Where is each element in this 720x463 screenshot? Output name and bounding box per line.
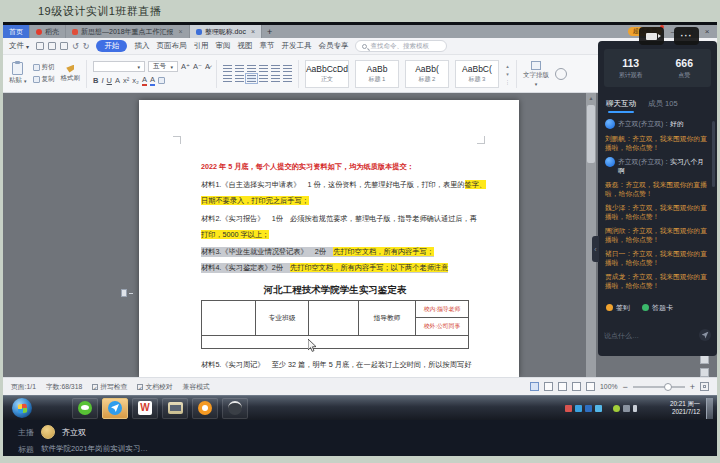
strikethrough-button[interactable]: A bbox=[115, 76, 120, 85]
file-menu[interactable]: 文件▾ bbox=[9, 41, 29, 51]
send-button[interactable] bbox=[699, 329, 711, 341]
tab-start[interactable]: 开始 bbox=[96, 40, 127, 52]
tab-document-1[interactable]: 新思想—2018年重点工作汇报× bbox=[66, 25, 190, 38]
fullscreen-icon[interactable] bbox=[700, 382, 709, 391]
find-replace-icon[interactable] bbox=[555, 68, 567, 80]
tab-view[interactable]: 视图 bbox=[237, 41, 252, 51]
tray-icon-blue[interactable] bbox=[575, 405, 582, 412]
style-normal[interactable]: AaBbCcDd正文 bbox=[305, 60, 349, 88]
underline-button[interactable]: U bbox=[107, 76, 112, 85]
scrollbar-thumb[interactable] bbox=[587, 105, 595, 163]
revision-marker-icon[interactable] bbox=[121, 289, 135, 297]
number-list-icon[interactable] bbox=[235, 65, 244, 72]
taskbar-video-player[interactable] bbox=[162, 398, 188, 419]
chat-message-list[interactable]: 齐立双(齐立双)：好的 刘鹏帆：齐立双，我来围观你的直播啦，给你点赞！ 齐立双(… bbox=[605, 119, 709, 297]
copy-button[interactable]: 复制 bbox=[33, 75, 55, 84]
shrink-font-button[interactable]: A⁻ bbox=[193, 62, 202, 71]
align-justify-icon[interactable] bbox=[247, 75, 256, 82]
answer-card-button[interactable]: 答题卡 bbox=[642, 303, 673, 313]
cut-button[interactable]: 剪切 bbox=[33, 63, 55, 72]
border-icon[interactable] bbox=[283, 75, 292, 82]
document-scrollbar[interactable]: ▴ bbox=[586, 93, 596, 377]
style-heading2[interactable]: AaBb(标题 2 bbox=[405, 60, 449, 88]
zoom-out-button[interactable]: − bbox=[622, 382, 627, 392]
tab-references[interactable]: 引用 bbox=[193, 41, 208, 51]
camera-button[interactable] bbox=[639, 27, 664, 45]
undo-icon[interactable]: ↺ bbox=[72, 42, 79, 51]
print-preview-icon[interactable] bbox=[60, 42, 68, 50]
increase-indent-icon[interactable] bbox=[259, 65, 268, 72]
tab-sections[interactable]: 章节 bbox=[259, 41, 274, 51]
redo-icon[interactable]: ↻ bbox=[83, 42, 90, 51]
taskbar-browser-360[interactable] bbox=[72, 398, 98, 419]
taskbar-app-recorder[interactable] bbox=[222, 398, 248, 419]
decrease-indent-icon[interactable] bbox=[247, 65, 256, 72]
superscript-button[interactable]: x² bbox=[123, 76, 129, 85]
tab-chat-interaction[interactable]: 聊天互动 bbox=[606, 99, 636, 109]
style-heading1[interactable]: AaBb标题 1 bbox=[355, 60, 399, 88]
close-button[interactable]: × bbox=[701, 27, 713, 36]
tab-home[interactable]: 首页 bbox=[3, 25, 30, 38]
font-name-select[interactable]: ▾ bbox=[93, 61, 145, 72]
tab-docer[interactable]: 稻壳 bbox=[30, 25, 66, 38]
taskbar-clock[interactable]: 20:21 周一 2021/7/12 bbox=[648, 400, 700, 416]
taskbar-app-orange[interactable] bbox=[192, 398, 218, 419]
align-left-icon[interactable] bbox=[223, 75, 232, 82]
tab-insert[interactable]: 插入 bbox=[134, 41, 149, 51]
more-button[interactable]: ··· bbox=[674, 27, 699, 45]
style-heading3[interactable]: AaBbC(标题 3 bbox=[455, 60, 499, 88]
zoom-slider[interactable] bbox=[633, 386, 685, 388]
command-search-input[interactable]: 查找命令、搜索模板 bbox=[355, 40, 447, 52]
zoom-slider-knob[interactable] bbox=[664, 383, 672, 391]
spell-check-toggle[interactable]: ✓拼写检查 bbox=[92, 382, 127, 392]
text-direction-icon[interactable] bbox=[271, 65, 280, 72]
close-tab-icon[interactable]: × bbox=[179, 28, 183, 35]
chat-input[interactable] bbox=[604, 332, 695, 339]
proofread-toggle[interactable]: ✓文档校对 bbox=[137, 382, 172, 392]
zoom-in-button[interactable]: + bbox=[690, 382, 695, 392]
taskbar-dingtalk-active[interactable] bbox=[102, 398, 128, 419]
font-size-select[interactable]: 五号▾ bbox=[148, 61, 178, 72]
document-page[interactable]: 2022 年 5 月底，每个人提交的实习资料如下，均为纸质版本提交： 材料1.《… bbox=[139, 100, 519, 377]
bullet-list-icon[interactable] bbox=[223, 65, 232, 72]
style-gallery-scroll[interactable]: ▴▾⋮ bbox=[505, 63, 510, 85]
tab-review[interactable]: 审阅 bbox=[215, 41, 230, 51]
chat-scrollbar[interactable] bbox=[712, 121, 715, 187]
collapse-panel-handle[interactable]: ‹ bbox=[592, 236, 599, 262]
tray-volume-icon[interactable] bbox=[633, 405, 637, 412]
close-tab-icon[interactable]: × bbox=[251, 28, 255, 35]
show-desktop-button[interactable] bbox=[706, 398, 713, 419]
italic-button[interactable]: I bbox=[101, 76, 103, 85]
character-shading-icon[interactable] bbox=[158, 77, 165, 84]
start-button[interactable] bbox=[12, 398, 32, 418]
view-read-icon[interactable] bbox=[572, 382, 581, 391]
scroll-up-icon[interactable]: ▴ bbox=[586, 94, 596, 103]
grow-font-button[interactable]: A⁺ bbox=[181, 62, 190, 71]
format-painter-button[interactable]: 格式刷 bbox=[61, 65, 81, 83]
new-tab-button[interactable]: + bbox=[262, 25, 277, 38]
tab-page-layout[interactable]: 页面布局 bbox=[156, 41, 186, 51]
view-web-icon[interactable] bbox=[544, 382, 553, 391]
tray-icon-green[interactable] bbox=[613, 405, 620, 412]
view-write-icon[interactable] bbox=[586, 382, 595, 391]
zoom-level[interactable]: 100% bbox=[600, 383, 617, 390]
paste-button[interactable]: 粘贴▾ bbox=[9, 62, 27, 85]
tray-icon-navy[interactable] bbox=[585, 405, 592, 412]
tab-dev-tools[interactable]: 开发工具 bbox=[281, 41, 311, 51]
shading-icon[interactable] bbox=[271, 75, 280, 82]
line-spacing-icon[interactable] bbox=[259, 75, 268, 82]
view-page-icon[interactable] bbox=[530, 382, 539, 391]
sidebar-icon[interactable] bbox=[700, 355, 709, 364]
sidebar-icon[interactable] bbox=[700, 368, 709, 377]
tab-members[interactable]: 成员 105 bbox=[648, 99, 678, 109]
highlight-color-button[interactable]: A bbox=[142, 75, 147, 86]
subscript-button[interactable]: x₂ bbox=[132, 76, 139, 85]
word-count[interactable]: 字数:68/318 bbox=[46, 382, 82, 392]
sort-icon[interactable] bbox=[283, 65, 292, 72]
sign-in-button[interactable]: 签到 bbox=[606, 303, 630, 313]
bold-button[interactable]: B bbox=[93, 76, 98, 85]
tab-member-exclusive[interactable]: 会员专享 bbox=[318, 41, 348, 51]
tray-icon-sky[interactable] bbox=[595, 405, 602, 412]
text-layout-button[interactable]: 文字排版 ▾ bbox=[523, 61, 549, 87]
clear-format-button[interactable]: A̷ bbox=[205, 62, 210, 71]
